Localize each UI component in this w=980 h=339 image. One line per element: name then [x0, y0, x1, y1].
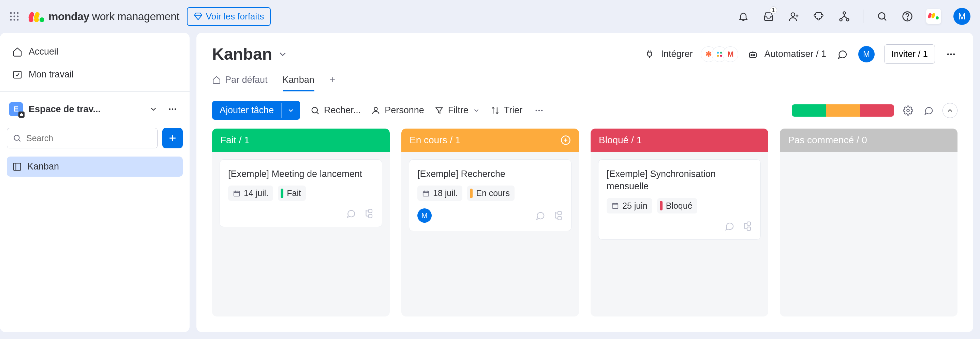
svg-point-17 [846, 18, 849, 21]
apps-grid-icon[interactable] [8, 10, 21, 22]
column-blocked-header[interactable]: Bloqué / 1 [590, 129, 768, 152]
svg-point-15 [843, 12, 845, 14]
comments-icon[interactable] [922, 104, 935, 117]
chevron-down-icon [278, 49, 288, 59]
column-doing-header[interactable]: En cours / 1 [401, 129, 579, 152]
column-doing: En cours / 1 [Exemple] Recherche 18 juil… [401, 129, 579, 317]
toolbar-more-icon[interactable] [533, 104, 546, 117]
svg-point-2 [17, 12, 19, 14]
tab-kanban[interactable]: Kanban [283, 75, 314, 91]
svg-rect-47 [234, 191, 240, 196]
sidebar-home-label: Accueil [29, 46, 58, 57]
board-member-avatar[interactable]: M [858, 46, 875, 62]
add-task-button[interactable]: Ajouter tâche [212, 101, 300, 120]
svg-point-6 [10, 19, 12, 21]
brand-text: monday work management [48, 10, 179, 23]
toolbar-right [792, 103, 958, 118]
main-header: Kanban Intégrer ✱ M [196, 33, 973, 92]
svg-point-26 [172, 108, 173, 110]
card-subitems-icon[interactable] [363, 208, 374, 219]
board-title[interactable]: Kanban [212, 45, 288, 64]
workspace-selector[interactable]: E Espace de trav... [7, 100, 183, 118]
collapse-icon[interactable] [942, 103, 958, 118]
date-chip[interactable]: 25 juin [607, 198, 652, 213]
topbar-right: 1 M [737, 8, 970, 25]
board-more-icon[interactable] [945, 48, 958, 61]
svg-rect-21 [928, 13, 932, 19]
card-chat-icon[interactable] [346, 208, 356, 219]
product-switcher-icon[interactable] [926, 9, 941, 24]
svg-point-4 [14, 16, 15, 18]
toolbar-search-button[interactable]: Recher... [310, 105, 361, 116]
invite-button[interactable]: Inviter / 1 [884, 45, 935, 64]
tab-add-button[interactable]: + [329, 74, 336, 92]
svg-point-5 [17, 16, 19, 18]
card-subitems-icon[interactable] [553, 210, 563, 221]
svg-point-8 [17, 19, 19, 21]
svg-point-25 [169, 108, 171, 110]
status-bar-icon [660, 201, 663, 210]
card-done-1[interactable]: [Exemple] Meeting de lancement 14 juil. … [220, 159, 382, 227]
date-chip[interactable]: 18 juil. [417, 186, 462, 201]
card-subitems-icon[interactable] [742, 221, 752, 231]
apps-marketplace-icon[interactable] [813, 10, 826, 23]
svg-point-42 [374, 107, 377, 110]
card-chat-icon[interactable] [724, 221, 735, 231]
svg-point-45 [541, 110, 543, 111]
calendar-icon [611, 202, 619, 209]
title-actions: Intégrer ✱ M Automatiser / 1 [644, 45, 958, 64]
integrate-button[interactable]: Intégrer ✱ M [644, 46, 738, 62]
card-blocked-1[interactable]: [Exemple] Synchronisation mensuelle 25 j… [598, 159, 761, 240]
sidebar-search-input[interactable] [7, 128, 158, 148]
see-plans-button[interactable]: Voir les forfaits [187, 7, 271, 26]
svg-point-23 [935, 16, 939, 19]
layout: Accueil Mon travail E Espace de trav... [0, 33, 980, 339]
card-chat-icon[interactable] [535, 210, 545, 221]
svg-point-3 [10, 16, 12, 18]
workspace-more-icon[interactable] [166, 102, 179, 116]
svg-point-28 [14, 135, 19, 140]
toolbar-sort-button[interactable]: Trier [490, 105, 523, 116]
brand[interactable]: monday work management [28, 10, 179, 23]
column-add-icon[interactable] [561, 135, 571, 145]
column-todo: Pas commencé / 0 [780, 129, 958, 317]
app-chip-icon: M [722, 46, 738, 62]
board-discussion-icon[interactable] [836, 48, 849, 61]
tab-default[interactable]: Par défaut [212, 75, 268, 91]
sidebar-item-home[interactable]: Accueil [7, 41, 183, 62]
status-chip[interactable]: Bloqué [657, 198, 697, 213]
help-icon[interactable] [901, 10, 914, 23]
workspace-caret-icon[interactable] [146, 102, 160, 116]
status-chip[interactable]: En cours [467, 186, 515, 201]
card-title: [Exemple] Meeting de lancement [228, 168, 374, 180]
sidebar-board-kanban[interactable]: Kanban [7, 156, 183, 177]
add-task-caret[interactable] [281, 103, 300, 118]
sidebar-add-button[interactable] [162, 128, 183, 148]
column-todo-header[interactable]: Pas commencé / 0 [780, 129, 958, 152]
invite-members-icon[interactable] [788, 10, 800, 23]
person-icon [371, 106, 380, 115]
org-chart-icon[interactable] [838, 10, 851, 23]
column-done-header[interactable]: Fait / 1 [212, 129, 390, 152]
toolbar-filter-button[interactable]: Filtre [434, 105, 480, 116]
brand-logo-icon [28, 11, 44, 21]
date-chip[interactable]: 14 juil. [228, 186, 273, 201]
status-chip[interactable]: Fait [278, 186, 306, 201]
card-doing-1[interactable]: [Exemple] Recherche 18 juil. En cours M [409, 159, 571, 231]
sidebar: Accueil Mon travail E Espace de trav... [0, 33, 189, 332]
global-search-icon[interactable] [876, 10, 889, 23]
inbox-icon[interactable]: 1 [762, 10, 775, 23]
card-assignee-avatar[interactable]: M [417, 208, 432, 223]
toolbar-person-button[interactable]: Personne [371, 105, 424, 116]
user-avatar[interactable]: M [953, 8, 970, 25]
sidebar-item-mywork[interactable]: Mon travail [7, 64, 183, 84]
notifications-icon[interactable] [737, 10, 750, 23]
svg-rect-31 [717, 51, 719, 54]
sort-icon [490, 106, 500, 115]
automate-button[interactable]: Automatiser / 1 [748, 49, 826, 59]
board-icon [12, 162, 22, 172]
sidebar-search-field[interactable] [26, 133, 152, 143]
status-distribution-bar[interactable] [792, 104, 894, 117]
settings-icon[interactable] [902, 104, 915, 117]
svg-rect-48 [369, 215, 372, 218]
